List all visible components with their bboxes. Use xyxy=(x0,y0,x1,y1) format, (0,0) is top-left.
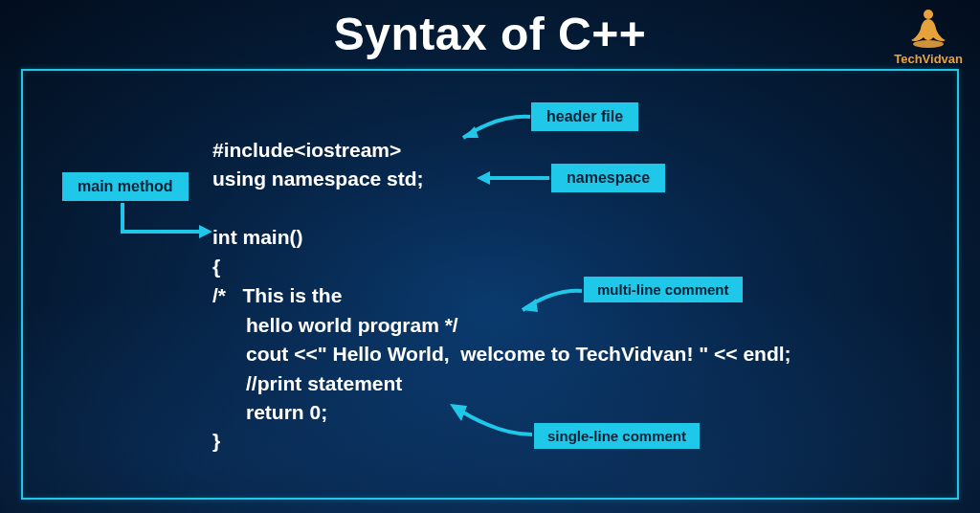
meditation-icon xyxy=(906,6,950,50)
label-multiline-comment: multi-line comment xyxy=(584,277,743,302)
page-title: Syntax of C++ xyxy=(0,8,980,60)
label-singleline-comment: single-line comment xyxy=(534,423,700,449)
svg-point-1 xyxy=(913,40,944,48)
code-line-brace-open: { xyxy=(212,256,220,278)
svg-point-0 xyxy=(924,10,933,19)
code-line-cout: cout <<" Hello World, welcome to TechVid… xyxy=(212,343,791,365)
code-line-include: #include<iostream> xyxy=(212,139,401,161)
label-header-file: header file xyxy=(531,102,638,131)
code-line-namespace: using namespace std; xyxy=(212,167,424,190)
code-line-comment-end: hello world program */ xyxy=(212,314,458,336)
label-namespace: namespace xyxy=(551,164,665,192)
code-line-main: int main() xyxy=(212,226,303,248)
code-line-return: return 0; xyxy=(212,401,327,423)
label-main-method: main method xyxy=(62,172,189,201)
code-line-singlecomment: //print statement xyxy=(212,372,402,394)
brand-name: TechVidvan xyxy=(894,52,963,66)
code-line-brace-close: } xyxy=(212,430,220,452)
code-line-comment-start: /* This is the xyxy=(212,284,342,306)
brand-logo: TechVidvan xyxy=(894,6,963,66)
